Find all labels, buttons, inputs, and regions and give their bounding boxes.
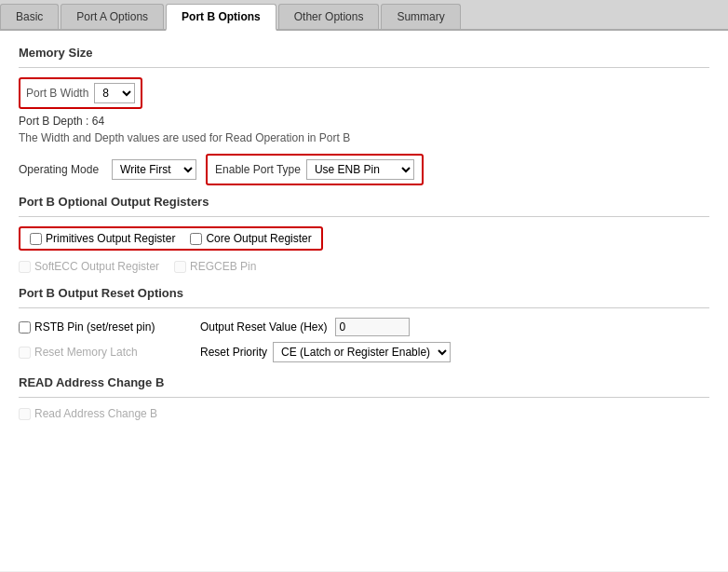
- output-reset-title: Port B Output Reset Options: [19, 286, 709, 300]
- optional-registers-title: Port B Optional Output Registers: [19, 195, 709, 209]
- rstb-pin-label: RSTB Pin (set/reset pin): [34, 320, 155, 334]
- read-address-change-checkbox: [19, 408, 31, 420]
- optional-output-registers-section: Port B Optional Output Registers Primiti…: [19, 195, 709, 277]
- read-address-change-item: Read Address Change B: [19, 407, 709, 420]
- enable-port-type-label: Enable Port Type: [215, 163, 301, 176]
- output-reset-value-label: Output Reset Value (Hex): [200, 320, 328, 334]
- tab-summary[interactable]: Summary: [381, 4, 460, 29]
- read-address-title: READ Address Change B: [19, 375, 709, 389]
- rstb-pin-checkbox[interactable]: [19, 321, 31, 334]
- rstb-pin-item: RSTB Pin (set/reset pin): [19, 320, 182, 334]
- primitives-output-register-label: Primitives Output Register: [46, 232, 175, 245]
- core-output-register-checkbox[interactable]: [190, 233, 202, 245]
- tab-port-a-options[interactable]: Port A Options: [61, 4, 164, 29]
- tab-other-options[interactable]: Other Options: [278, 4, 380, 29]
- output-registers-checkboxes-box: Primitives Output Register Core Output R…: [19, 226, 323, 251]
- core-output-register-label: Core Output Register: [206, 232, 311, 245]
- regceb-pin-item: REGCEB Pin: [174, 260, 256, 273]
- reset-memory-latch-checkbox: [19, 347, 31, 359]
- output-reset-value-row: Output Reset Value (Hex): [200, 318, 410, 336]
- port-b-width-box: Port B Width 8 16 32 64: [19, 77, 142, 109]
- output-reset-options-section: Port B Output Reset Options RSTB Pin (se…: [19, 286, 709, 362]
- memory-size-section: Memory Size Port B Width 8 16 32 64 Port…: [19, 46, 709, 185]
- core-output-register-item: Core Output Register: [190, 232, 311, 245]
- reset-memory-latch-label: Reset Memory Latch: [34, 346, 138, 359]
- width-depth-note: The Width and Depth values are used for …: [19, 131, 709, 144]
- enable-port-type-box: Enable Port Type Use ENB Pin Always Enab…: [206, 154, 424, 185]
- regceb-pin-checkbox: [174, 261, 186, 273]
- enable-port-type-select[interactable]: Use ENB Pin Always Enabled: [306, 159, 414, 180]
- operating-mode-label: Operating Mode: [19, 163, 99, 176]
- regceb-pin-label: REGCEB Pin: [190, 260, 256, 273]
- main-content: Memory Size Port B Width 8 16 32 64 Port…: [0, 31, 728, 571]
- operating-mode-row: Operating Mode Write First Read First No…: [19, 154, 709, 185]
- softECC-output-register-item: SoftECC Output Register: [19, 260, 159, 273]
- primitives-output-register-item: Primitives Output Register: [30, 232, 175, 245]
- reset-priority-row: Reset Priority CE (Latch or Register Ena…: [200, 342, 451, 362]
- tab-basic[interactable]: Basic: [0, 4, 59, 29]
- operating-mode-select[interactable]: Write First Read First No Change: [112, 159, 196, 180]
- tab-port-b-options[interactable]: Port B Options: [166, 4, 276, 31]
- softECC-output-register-label: SoftECC Output Register: [34, 260, 159, 273]
- port-b-width-label: Port B Width: [26, 87, 88, 100]
- read-address-change-section: READ Address Change B Read Address Chang…: [19, 375, 709, 420]
- reset-memory-latch-item: Reset Memory Latch: [19, 346, 182, 359]
- softECC-output-register-checkbox: [19, 261, 31, 273]
- reset-priority-select[interactable]: CE (Latch or Register Enable) SR (Set/Re…: [273, 342, 451, 362]
- reset-priority-label: Reset Priority: [200, 346, 267, 359]
- memory-size-title: Memory Size: [19, 46, 709, 60]
- output-reset-value-input[interactable]: [335, 318, 410, 336]
- tabs-bar: Basic Port A Options Port B Options Othe…: [0, 0, 728, 31]
- port-b-width-select[interactable]: 8 16 32 64: [94, 83, 135, 103]
- disabled-registers-row: SoftECC Output Register REGCEB Pin: [19, 256, 709, 277]
- port-b-depth-info: Port B Depth : 64: [19, 115, 709, 128]
- primitives-output-register-checkbox[interactable]: [30, 233, 42, 245]
- read-address-change-label: Read Address Change B: [34, 407, 157, 420]
